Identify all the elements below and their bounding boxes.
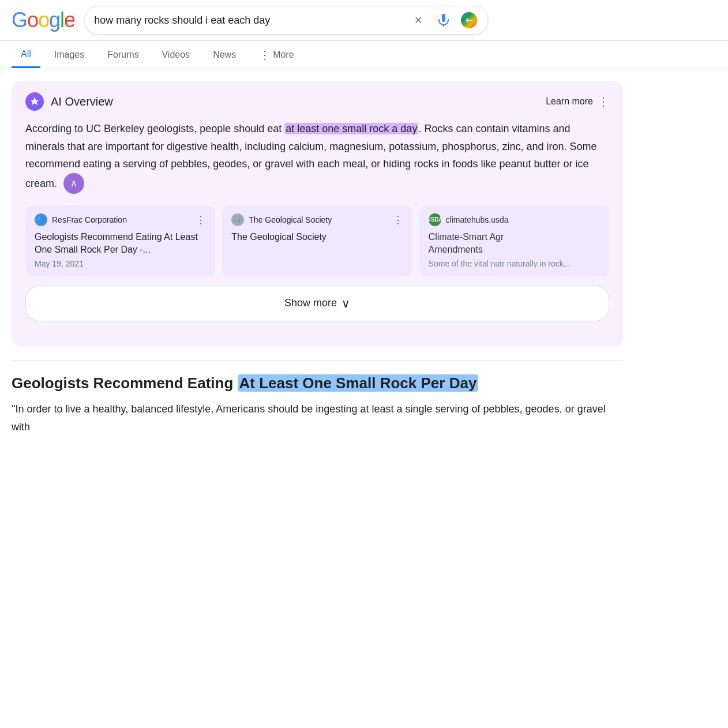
ai-overview-menu-icon[interactable]: ⋮ [598,95,609,108]
source-3-snippet: Some of the vital nutr naturally in rock… [429,259,600,268]
result-snippet: "In order to live a healthy, balanced li… [12,400,623,436]
source-2-info: ⚙️ The Geological Society [231,213,332,226]
mic-button[interactable] [434,11,453,29]
tab-all[interactable]: All [12,42,40,68]
search-bar: × [84,6,488,35]
source-3-favicon: USDA [429,213,441,226]
result-title: Geologists Recommend Eating At Least One… [12,373,623,393]
nav-tabs: All Images Forums Videos News ⋮ More [0,41,728,69]
ai-overview: AI Overview Learn more ⋮ According to UC… [12,81,623,347]
tab-news[interactable]: News [204,43,245,67]
source-3-info: USDA climatehubs.usda [429,213,509,226]
source-1-title: Geologists Recommend Eating At Least One… [35,231,206,257]
highlight-rock-day: at least one small rock a day [284,123,418,134]
show-more-button[interactable]: Show more ∨ [25,286,609,321]
tab-forums[interactable]: Forums [98,43,148,67]
ai-overview-header: AI Overview Learn more ⋮ [25,92,609,111]
source-card-1-header: 🔷 ResFrac Corporation ⋮ [35,213,206,226]
show-more-label: Show more [284,297,337,309]
show-more-container: Show more ∨ [25,286,609,321]
source-3-name: climatehubs.usda [446,215,509,224]
source-1-favicon: 🔷 [35,213,47,226]
header: Google × [0,0,728,41]
tab-images[interactable]: Images [45,43,93,67]
source-1-date: May 19, 2021 [35,259,206,268]
source-card-1[interactable]: 🔷 ResFrac Corporation ⋮ Geologists Recom… [25,205,215,276]
source-1-info: 🔷 ResFrac Corporation [35,213,127,226]
source-card-3-header: USDA climatehubs.usda [429,213,600,226]
source-cards: 🔷 ResFrac Corporation ⋮ Geologists Recom… [25,205,609,276]
source-2-name: The Geological Society [249,215,332,224]
main-content: AI Overview Learn more ⋮ According to UC… [0,69,635,447]
source-1-name: ResFrac Corporation [52,215,127,224]
ai-overview-text: According to UC Berkeley geologists, peo… [25,120,609,194]
ai-overview-title: AI Overview [51,95,113,108]
google-logo[interactable]: Google [12,8,75,32]
chevron-up-icon: ∧ [70,178,77,189]
clear-button[interactable]: × [409,11,427,29]
result-title-highlight: At Least One Small Rock Per Day [238,374,479,392]
ai-overview-title-area: AI Overview [25,92,113,111]
ai-overview-actions: Learn more ⋮ [546,95,609,108]
chevron-down-icon: ∨ [342,297,350,310]
source-2-title: The Geological Society [231,231,403,243]
lens-button[interactable] [460,11,478,29]
mic-icon [437,13,451,27]
divider [12,361,623,361]
search-input[interactable] [94,14,402,27]
ai-overview-icon [25,92,44,111]
source-card-2-header: ⚙️ The Geological Society ⋮ [231,213,403,226]
source-card-3[interactable]: USDA climatehubs.usda Climate-Smart AgrA… [419,205,609,276]
tab-videos[interactable]: Videos [152,43,199,67]
source-card-2[interactable]: ⚙️ The Geological Society ⋮ The Geologic… [222,205,412,276]
search-result-1: Geologists Recommend Eating At Least One… [12,373,623,436]
source-1-menu-button[interactable]: ⋮ [196,213,206,226]
collapse-button[interactable]: ∧ [63,173,84,194]
tab-more[interactable]: ⋮ More [250,41,303,69]
learn-more-button[interactable]: Learn more [546,96,593,107]
lens-icon [461,12,477,28]
source-2-favicon: ⚙️ [231,213,244,226]
source-2-menu-button[interactable]: ⋮ [393,213,403,226]
source-3-title: Climate-Smart AgrAmendments [429,231,600,257]
search-icons: × [409,11,478,29]
more-dots-icon: ⋮ [259,48,271,62]
more-label: More [273,50,294,60]
